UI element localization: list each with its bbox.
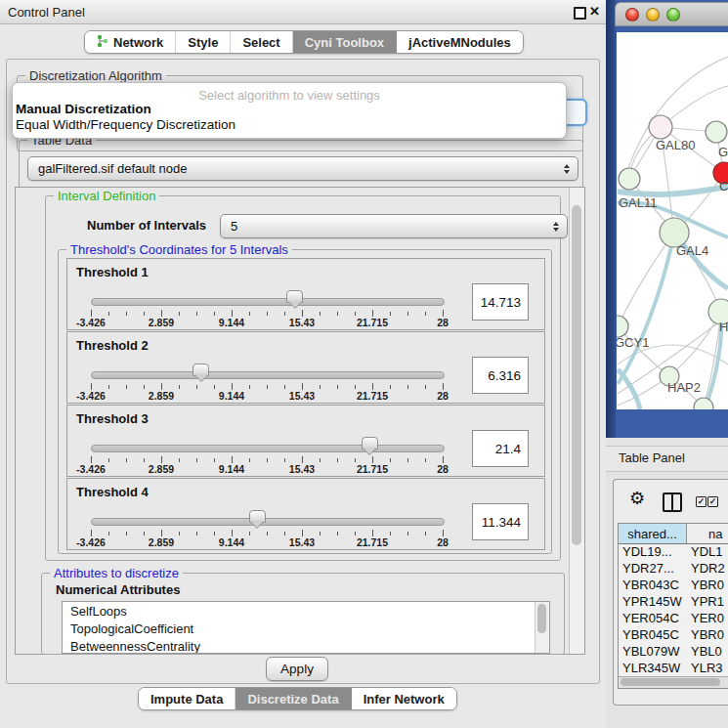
slider-tick xyxy=(407,532,408,535)
list-scrollbar[interactable] xyxy=(535,602,549,653)
tab-cyni-toolbox[interactable]: Cyni Toolbox xyxy=(293,31,397,53)
slider-track[interactable] xyxy=(91,445,445,452)
slider-tick xyxy=(161,310,162,317)
slider-thumb[interactable] xyxy=(286,290,303,303)
gear-icon[interactable]: ⚙ xyxy=(629,490,645,507)
checkbox-checked-icon[interactable]: ✓ xyxy=(707,496,718,507)
slider-tick xyxy=(232,383,233,390)
threshold-panel: Threshold 2 6.316 -3.4262.8599.14415.432… xyxy=(66,331,545,404)
cell-shared-name: YBR043C xyxy=(619,578,687,594)
node-label: GAL11 xyxy=(619,195,658,210)
table-row[interactable]: YPR145W YPR1 xyxy=(619,594,728,611)
table-row[interactable]: YBL079W YBL0 xyxy=(619,644,728,661)
slider-tick xyxy=(267,385,268,389)
column-header-name[interactable]: na xyxy=(687,524,728,543)
slider-tick xyxy=(91,310,92,317)
node-top-right[interactable] xyxy=(706,121,727,143)
list-item[interactable]: SelfLoops xyxy=(63,602,549,620)
close-icon[interactable]: ✕ xyxy=(589,4,600,19)
slider-scale-label: 9.144 xyxy=(219,317,244,328)
horizontal-scrollbar[interactable] xyxy=(619,676,728,688)
node-bottom[interactable] xyxy=(694,398,713,409)
slider-tick xyxy=(302,310,303,317)
slider-tick xyxy=(196,312,197,316)
slider-tick xyxy=(161,383,162,390)
list-item[interactable]: TopologicalCoefficient xyxy=(63,620,549,637)
slider-tick xyxy=(144,532,145,535)
slider-tick xyxy=(108,385,109,389)
slider-thumb[interactable] xyxy=(249,510,266,523)
slider-track[interactable] xyxy=(91,518,445,526)
node-gal11[interactable] xyxy=(619,168,640,190)
num-intervals-combo[interactable]: 5 xyxy=(220,214,568,238)
table-data-combo[interactable]: galFiltered.sif default node xyxy=(27,156,578,181)
tab-select[interactable]: Select xyxy=(231,31,292,53)
list-item[interactable]: BetweennessCentrality xyxy=(63,637,549,654)
cell-shared-name: YER054C xyxy=(619,611,687,627)
slider-tick xyxy=(126,532,127,535)
scrollbar-thumb[interactable] xyxy=(621,678,720,686)
cyni-toolbox-panel: Discretization Algorithm Table Data galF… xyxy=(6,59,600,684)
slider-tick xyxy=(161,456,162,463)
slider-scale-label: 21.715 xyxy=(357,463,388,475)
node-gal80[interactable] xyxy=(649,115,672,139)
scrollbar-thumb[interactable] xyxy=(537,604,546,633)
network-view-window: GAL80 GA C GAL11 GAL4 GCY1 H HAP2 xyxy=(606,0,728,438)
tab-impute-data[interactable]: Impute Data xyxy=(139,688,236,709)
column-header-shared-name[interactable]: shared... xyxy=(619,524,687,543)
table-header-row: shared... na xyxy=(619,524,728,544)
node-gcy1[interactable] xyxy=(617,316,628,337)
threshold-value-field[interactable]: 14.713 xyxy=(472,283,529,321)
threshold-value-field[interactable]: 11.344 xyxy=(472,503,529,540)
popup-option-manual-discretization[interactable]: Manual Discretization xyxy=(16,102,151,116)
slider-tick xyxy=(214,385,215,389)
tab-discretize-data[interactable]: Discretize Data xyxy=(236,688,351,709)
tab-infer-network[interactable]: Infer Network xyxy=(352,688,456,709)
slider-scale-label: 2.859 xyxy=(149,463,174,475)
tab-style[interactable]: Style xyxy=(176,31,231,53)
float-window-icon[interactable] xyxy=(574,7,586,20)
table-row[interactable]: YBR043C YBR0 xyxy=(619,578,728,594)
tab-label: Style xyxy=(188,35,218,50)
table-row[interactable]: YDL19... YDL1 xyxy=(619,544,728,561)
slider-scale-label: 15.43 xyxy=(289,463,315,475)
slider-thumb[interactable] xyxy=(193,364,209,376)
scrollbar-thumb[interactable] xyxy=(572,205,581,545)
slider-tick xyxy=(407,458,408,462)
slider-thumb[interactable] xyxy=(362,437,378,450)
table-panel-section: Table Panel ⚙ ✓ ✓ shared... na YDL19... … xyxy=(606,438,728,728)
numerical-attributes-label: Numerical Attributes xyxy=(56,582,180,597)
slider-scale-label: -3.426 xyxy=(76,390,106,402)
checkbox-checked-icon[interactable]: ✓ xyxy=(696,496,707,507)
vertical-scrollbar[interactable] xyxy=(569,188,584,654)
network-canvas[interactable]: GAL80 GA C GAL11 GAL4 GCY1 H HAP2 xyxy=(617,32,728,409)
mac-minimize-button[interactable] xyxy=(646,8,660,21)
apply-button[interactable]: Apply xyxy=(266,657,328,681)
slider-track[interactable] xyxy=(91,298,445,306)
attributes-listbox[interactable]: SelfLoopsTopologicalCoefficientBetweenne… xyxy=(62,601,550,654)
slider-tick xyxy=(372,310,373,317)
table-row[interactable]: YDR27... YDR2 xyxy=(619,561,728,578)
network-nodes[interactable] xyxy=(617,115,728,409)
tab-jactivemnodules[interactable]: jActiveMNodules xyxy=(397,31,523,53)
slider-scale-label: 15.43 xyxy=(289,536,315,548)
cell-name: YER0 xyxy=(687,611,728,627)
threshold-value-field[interactable]: 21.4 xyxy=(472,430,529,467)
table-row[interactable]: YLR345W YLR3 xyxy=(619,661,728,677)
threshold-value-field[interactable]: 6.316 xyxy=(472,357,529,394)
popup-option-equal-width-frequency[interactable]: Equal Width/Frequency Discretization xyxy=(16,117,236,132)
slider-track[interactable] xyxy=(91,371,445,379)
tab-network[interactable]: Network xyxy=(85,31,176,53)
slider-scale-label: 21.715 xyxy=(357,390,388,402)
table-row[interactable]: YBR045C YBR0 xyxy=(619,627,728,644)
network-window-titlebar[interactable] xyxy=(615,2,728,26)
column-split-icon[interactable] xyxy=(663,492,682,512)
slider-tick xyxy=(355,312,356,316)
node-attribute-table[interactable]: shared... na YDL19... YDL1 YDR27... YDR2… xyxy=(618,523,728,689)
mac-zoom-button[interactable] xyxy=(666,8,680,21)
mac-close-button[interactable] xyxy=(625,8,639,21)
table-row[interactable]: YER054C YER0 xyxy=(619,611,728,627)
cell-name: YDR2 xyxy=(687,561,728,578)
slider-tick xyxy=(196,532,197,535)
slider-scale-label: 15.43 xyxy=(289,317,315,328)
